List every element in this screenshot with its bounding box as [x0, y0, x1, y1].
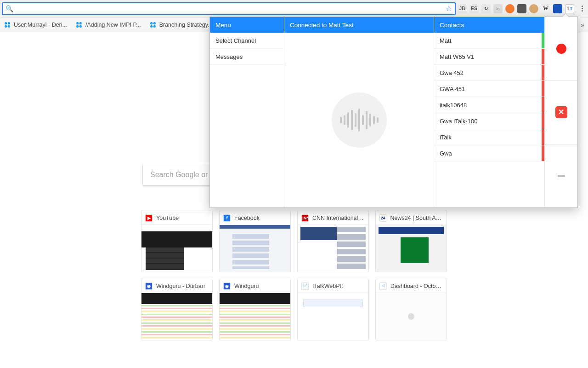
svg-point-6	[76, 25, 79, 27]
most-visited-tile[interactable]: CNNCNN International - ...	[297, 211, 369, 272]
most-visited-tile[interactable]: ▶YouTube	[141, 211, 213, 272]
contact-item[interactable]: iTalk	[434, 129, 544, 145]
bookmark-label: User:Murrayi - Deri...	[14, 22, 67, 28]
svg-point-11	[153, 25, 155, 27]
contact-label: GWA 451	[440, 86, 465, 92]
svg-point-9	[153, 22, 155, 24]
contact-label: Matt W65 V1	[440, 53, 474, 60]
minimize-button[interactable]	[545, 144, 577, 207]
contact-item[interactable]: Matt	[434, 33, 544, 49]
contact-item[interactable]: GWA 451	[434, 81, 544, 97]
tile-thumbnail	[298, 225, 368, 272]
tile-label: Dashboard - Octop...	[390, 283, 443, 289]
w-icon[interactable]: W	[541, 4, 550, 13]
contact-status-indicator	[542, 97, 544, 113]
most-visited-tile[interactable]: 📄Dashboard - Octop...	[375, 279, 447, 340]
popup-center-body	[284, 33, 434, 207]
contact-status-indicator	[542, 33, 544, 48]
contact-status-indicator	[542, 145, 544, 161]
contact-label: Gwa	[440, 150, 452, 157]
svg-point-10	[150, 25, 153, 27]
most-visited-tile[interactable]: ◉Windguru - Durban	[141, 279, 213, 340]
contact-status-indicator	[542, 65, 544, 80]
bookmark-star-icon[interactable]: ☆	[446, 4, 452, 13]
audio-wave-icon	[332, 92, 387, 148]
tile-label: Windguru - Durban	[156, 283, 205, 289]
wave-bar	[369, 114, 371, 126]
popup-actions-column: ✕	[544, 17, 577, 207]
in-icon[interactable]: In	[493, 4, 503, 13]
wave-bar	[362, 115, 364, 125]
it-icon[interactable]: iT	[565, 4, 574, 13]
contact-item[interactable]: Gwa 452	[434, 65, 544, 81]
most-visited-tile[interactable]: 📄ITalkWebPtt	[297, 279, 369, 340]
es-icon[interactable]: ES	[469, 4, 479, 13]
orange-icon[interactable]	[505, 4, 514, 13]
tile-label: YouTube	[156, 215, 179, 221]
bookmark-label: /Adding New IMPI P...	[85, 22, 141, 28]
bookmarks-overflow-icon[interactable]: »	[581, 21, 584, 29]
close-icon: ✕	[555, 106, 567, 118]
browser-menu-icon[interactable]	[578, 4, 586, 13]
omnibox[interactable]: 🔍 ☆	[2, 2, 456, 15]
wave-bar	[358, 109, 360, 132]
tile-label: News24 | South Afri...	[390, 215, 443, 221]
contact-item[interactable]: italk10648	[434, 97, 544, 113]
most-visited-tile[interactable]: fFacebook	[219, 211, 291, 272]
tile-thumbnail	[220, 293, 290, 340]
svg-point-7	[79, 25, 82, 27]
tile-favicon: f	[223, 214, 231, 222]
wave-bar	[347, 112, 349, 128]
contact-label: Matt	[440, 37, 451, 44]
wave-bar	[377, 117, 379, 123]
tile-favicon: ◉	[223, 282, 231, 290]
bookmark-favicon	[75, 21, 83, 29]
popup-menu-item[interactable]: Select Channel	[210, 33, 284, 49]
contact-item[interactable]: Gwa iTalk-100	[434, 113, 544, 129]
popup-menu-column: Menu Select ChannelMessages	[210, 17, 284, 207]
tile-header: ◉Windguru - Durban	[141, 279, 212, 293]
darkgray-icon[interactable]	[517, 4, 526, 13]
refresh-icon[interactable]: ↻	[481, 4, 491, 13]
contact-item[interactable]: Gwa	[434, 145, 544, 161]
contact-label: iTalk	[440, 134, 452, 141]
fox-icon[interactable]	[529, 4, 538, 13]
bookmark-favicon	[149, 21, 157, 29]
contacts-list: MattMatt W65 V1Gwa 452GWA 451italk10648G…	[434, 33, 544, 207]
most-visited-tile[interactable]: 24News24 | South Afri...	[375, 211, 447, 272]
extension-icons: JBES↻InWiT	[458, 4, 576, 13]
blue-icon[interactable]	[553, 4, 562, 13]
bookmark-item[interactable]: User:Murrayi - Deri...	[4, 21, 67, 29]
most-visited-tile[interactable]: ◉Windguru	[219, 279, 291, 340]
tile-header: ▶YouTube	[141, 211, 212, 225]
most-visited-tiles: ▶YouTubefFacebookCNNCNN International - …	[141, 211, 447, 340]
record-button[interactable]	[545, 17, 577, 80]
svg-point-2	[5, 25, 7, 27]
tile-header: CNNCNN International - ...	[298, 211, 368, 225]
jb-icon[interactable]: JB	[458, 4, 467, 13]
svg-point-3	[8, 25, 10, 27]
browser-toolbar: 🔍 ☆ JBES↻InWiT	[0, 0, 588, 17]
close-button[interactable]: ✕	[545, 80, 577, 144]
omnibox-input[interactable]	[16, 3, 443, 14]
popup-center-column: Connected to Matt Test	[284, 17, 434, 207]
tile-header: 24News24 | South Afri...	[376, 211, 447, 225]
popup-center-header: Connected to Matt Test	[284, 17, 434, 33]
tile-thumbnail	[376, 293, 447, 340]
svg-point-5	[79, 22, 82, 24]
tile-favicon: 24	[379, 214, 386, 222]
wave-bar	[373, 116, 375, 124]
svg-point-1	[8, 22, 10, 24]
contact-label: Gwa 452	[440, 69, 464, 76]
tile-thumbnail	[220, 225, 290, 272]
popup-menu-item[interactable]: Messages	[210, 49, 284, 65]
wave-bar	[355, 113, 356, 127]
contact-status-indicator	[542, 49, 544, 64]
contact-status-indicator	[542, 129, 544, 145]
popup-contacts-column: Contacts MattMatt W65 V1Gwa 452GWA 451it…	[434, 17, 544, 207]
bookmark-label: Branching Strategy...	[159, 22, 213, 28]
bookmark-item[interactable]: Branching Strategy...	[149, 21, 213, 29]
contact-status-indicator	[542, 81, 544, 97]
bookmark-item[interactable]: /Adding New IMPI P...	[75, 21, 141, 29]
contact-item[interactable]: Matt W65 V1	[434, 49, 544, 65]
